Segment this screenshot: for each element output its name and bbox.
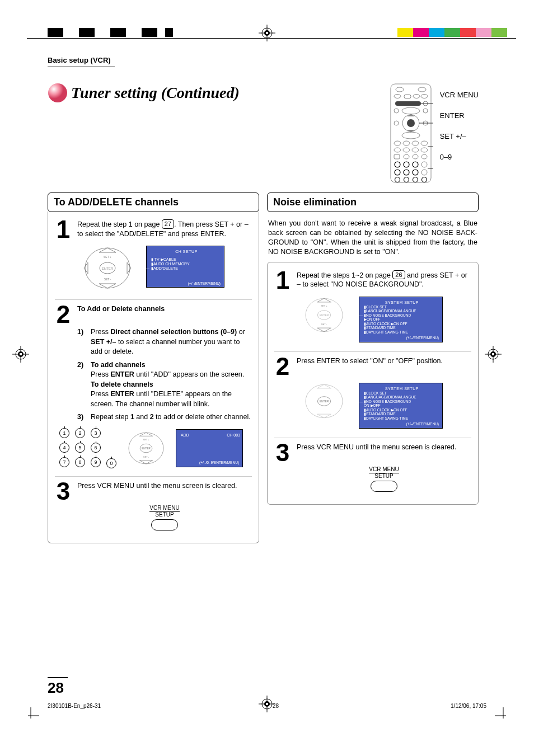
registration-mark-icon xyxy=(259,696,275,712)
t: Direct channel selection buttons (0–9) xyxy=(110,328,237,336)
svg-rect-34 xyxy=(394,154,400,159)
svg-point-24 xyxy=(402,132,420,139)
svg-rect-4 xyxy=(266,32,268,34)
svg-point-12 xyxy=(421,95,428,98)
right-intro: When you don't want to receive a weak si… xyxy=(268,219,477,257)
substep: 2) To add channels Press ENTER until "AD… xyxy=(77,360,252,410)
svg-text:ENTER: ENTER xyxy=(320,400,329,403)
svg-point-26 xyxy=(403,141,410,145)
pill-button-icon xyxy=(151,519,178,530)
dpad-icon: ENTER SET + SET - xyxy=(127,431,166,466)
t: Repeat step xyxy=(91,413,130,421)
sub-text: Repeat step 1 and 2 to add or delete oth… xyxy=(91,412,251,422)
t: Repeat the step 1 on page xyxy=(77,220,162,228)
osd-line: —▮NO NOISE BACKGROUND xyxy=(364,400,440,403)
step-text: Press VCR MENU until the menu screen is … xyxy=(77,481,252,501)
osd-add: ADD xyxy=(181,433,189,438)
step-number: 1 xyxy=(274,270,291,290)
left-panel: 1 Repeat the step 1 on page 27. Then pre… xyxy=(48,212,259,543)
page: Basic setup (VCR) Tuner setting (Continu… xyxy=(0,0,534,756)
osd-line: ▮AUTO CLOCK ▶ON OFF xyxy=(364,322,440,326)
substep: 1) Press Direct channel selection button… xyxy=(77,327,252,357)
svg-rect-73 xyxy=(20,353,22,355)
svg-text:SET -: SET - xyxy=(321,323,327,326)
sub-num: 2) xyxy=(77,360,87,410)
osd-line: —▮ADD/DELETE xyxy=(151,266,222,271)
svg-text:SET +: SET + xyxy=(143,438,150,441)
svg-point-40 xyxy=(413,162,418,167)
separator xyxy=(55,299,252,300)
separator xyxy=(274,351,471,352)
svg-point-5 xyxy=(48,83,67,102)
num-button: 4 xyxy=(59,443,69,453)
osd-line: ▮AUTO CLOCK ▶ON OFF xyxy=(364,408,440,412)
svg-point-11 xyxy=(413,95,420,98)
osd-line: ▮STANDARD TIME xyxy=(364,412,440,416)
num-button: 5 xyxy=(75,443,85,453)
t: 2 xyxy=(150,413,154,421)
osd-line: ▮LANGUAGE/IDIOMA/LANGUE xyxy=(364,309,440,313)
step-text: Repeat the step 1 on page 27. Then press… xyxy=(77,219,252,239)
right-heading: Noise elimination xyxy=(267,192,479,212)
t: Repeat the steps 1~2 on page xyxy=(297,271,392,279)
svg-point-8 xyxy=(418,87,426,92)
remote-diagram: VCR MENU ENTER SET +/– 0–9 xyxy=(388,83,479,184)
osd-footer: (+/–/0–9/ENTER/MENU) xyxy=(199,461,239,464)
svg-point-18 xyxy=(423,109,428,113)
svg-point-7 xyxy=(396,87,404,92)
left-step-3: 3 Press VCR MENU until the menu screen i… xyxy=(55,481,252,501)
dpad-icon: ENTER SET + SET - xyxy=(303,297,345,334)
t: to add or delete other channel. xyxy=(154,413,251,421)
left-column: To ADD/DELETE channels 1 Repeat the step… xyxy=(48,192,259,543)
svg-point-36 xyxy=(413,154,418,159)
svg-point-30 xyxy=(403,148,410,152)
svg-text:SET -: SET - xyxy=(104,278,111,281)
osd-line: ▮ TV ▶CABLE xyxy=(151,257,222,262)
t: ▮ADD/DELETE xyxy=(151,266,178,270)
osd-footer: (+/–/ENTER/MENU) xyxy=(188,281,221,285)
num-button: 1 xyxy=(59,428,69,438)
step-text: Press ENTER to select "ON" or "OFF" posi… xyxy=(297,356,471,376)
sub-num: 1) xyxy=(77,327,87,357)
t: until "ADD" appears on the screen. xyxy=(134,370,244,378)
osd-screen: ADD CH 003 (+/–/0–9/ENTER/MENU) xyxy=(176,429,243,467)
svg-text:SET -: SET - xyxy=(143,456,149,458)
osd-line: —▮NO NOISE BACKGROUND xyxy=(364,313,440,317)
osd-line: ▮LANGUAGE/IDIOMA/LANGUE xyxy=(364,395,440,399)
osd-header: SYSTEM SETUP xyxy=(364,300,440,305)
num-button: 0 xyxy=(106,458,116,468)
numpad-figure: 123 456 789 0 ENTER SET + xyxy=(59,428,252,468)
svg-point-17 xyxy=(402,107,420,114)
right-figs-1: ENTER SET + SET - SYSTEM SETUP ▮CLOCK SE… xyxy=(274,297,471,342)
registration-mark-icon xyxy=(259,25,275,43)
svg-rect-10 xyxy=(404,95,411,98)
step-number: 1 xyxy=(55,219,72,239)
vcrmenu-label-bot: SETUP xyxy=(77,512,252,518)
osd-header: SYSTEM SETUP xyxy=(364,387,440,391)
remote-label: ENTER xyxy=(440,111,479,120)
numpad: 123 456 789 xyxy=(59,428,102,468)
t: ENTER xyxy=(110,390,134,398)
sub-num: 3) xyxy=(77,412,87,422)
svg-text:SET +: SET + xyxy=(104,255,111,259)
pill-button-icon xyxy=(371,481,397,492)
registration-mark-icon xyxy=(485,346,502,364)
osd-line: ▮STANDARD TIME xyxy=(364,326,440,330)
left-step-1: 1 Repeat the step 1 on page 27. Then pre… xyxy=(55,219,252,239)
osd-screen: SYSTEM SETUP ▮CLOCK SET ▮LANGUAGE/IDIOMA… xyxy=(359,297,443,342)
osd-line: ▶ON OFF xyxy=(364,317,440,321)
left-heading: To ADD/DELETE channels xyxy=(48,192,259,212)
svg-point-43 xyxy=(404,170,409,175)
page-title: Tuner setting (Continued) xyxy=(71,84,240,102)
substeps: 1) Press Direct channel selection button… xyxy=(77,327,252,422)
step-number: 2 xyxy=(274,356,291,376)
svg-point-47 xyxy=(404,177,409,182)
svg-point-38 xyxy=(395,162,400,167)
page-ref: 26 xyxy=(392,270,405,280)
svg-rect-6 xyxy=(391,84,431,182)
t: 1 xyxy=(130,413,134,421)
section-label: Basic setup (VCR) xyxy=(48,56,115,67)
t: ENTER xyxy=(110,370,134,378)
separator xyxy=(55,476,252,477)
remote-label: 0–9 xyxy=(440,153,479,161)
